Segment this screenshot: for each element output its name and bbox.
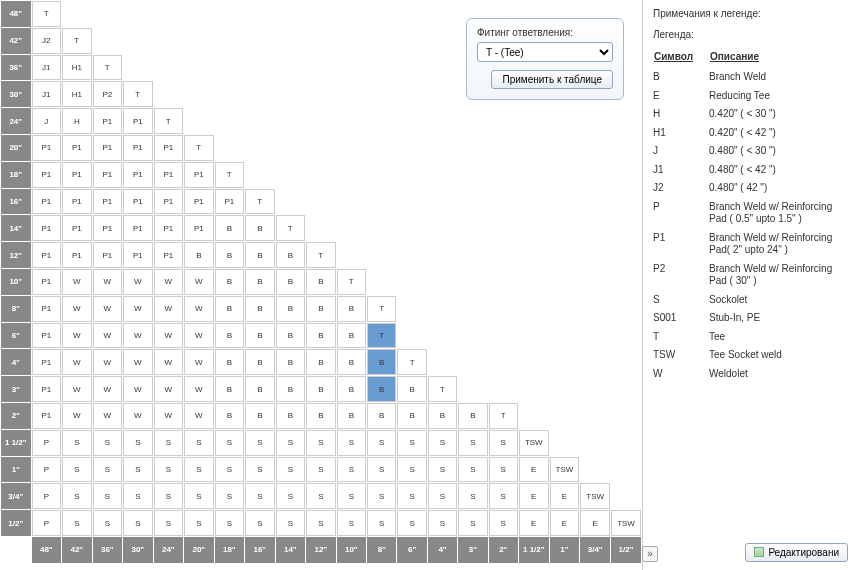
matrix-cell[interactable]: S	[458, 483, 487, 509]
matrix-cell[interactable]: B	[306, 376, 336, 402]
matrix-cell[interactable]: P1	[184, 189, 214, 215]
column-header[interactable]: 1"	[550, 537, 580, 563]
matrix-cell[interactable]: J	[32, 108, 62, 134]
matrix-cell[interactable]: S	[428, 457, 457, 483]
matrix-cell[interactable]: P1	[184, 215, 214, 241]
matrix-cell[interactable]: W	[123, 349, 153, 375]
matrix-cell[interactable]: S	[397, 483, 426, 509]
matrix-cell[interactable]: H1	[62, 55, 92, 81]
row-header[interactable]: 1 1/2"	[1, 430, 31, 456]
matrix-cell[interactable]: E	[550, 510, 580, 536]
column-header[interactable]: 36"	[93, 537, 123, 563]
matrix-cell[interactable]: S	[489, 510, 518, 536]
matrix-cell[interactable]: B	[276, 349, 306, 375]
matrix-cell[interactable]: S	[306, 457, 336, 483]
matrix-cell[interactable]: P1	[184, 162, 214, 188]
row-header[interactable]: 4"	[1, 349, 31, 375]
row-header[interactable]: 2"	[1, 403, 31, 429]
matrix-cell[interactable]: B	[215, 296, 245, 322]
matrix-cell[interactable]: S	[62, 510, 92, 536]
matrix-cell[interactable]: B	[245, 323, 275, 349]
matrix-cell[interactable]: B	[337, 349, 367, 375]
matrix-cell[interactable]: S	[245, 457, 275, 483]
matrix-cell[interactable]: W	[62, 349, 92, 375]
matrix-cell[interactable]: P1	[215, 189, 245, 215]
matrix-cell[interactable]: T	[367, 323, 396, 349]
matrix-cell[interactable]: B	[184, 242, 214, 268]
matrix-cell[interactable]: P1	[32, 376, 62, 402]
column-header[interactable]: 1/2"	[611, 537, 641, 563]
matrix-cell[interactable]: B	[367, 403, 396, 429]
matrix-cell[interactable]: S	[93, 483, 123, 509]
matrix-cell[interactable]: B	[276, 269, 306, 295]
matrix-cell[interactable]: H	[62, 108, 92, 134]
column-header[interactable]: 2"	[489, 537, 518, 563]
matrix-cell[interactable]: S	[337, 510, 367, 536]
matrix-cell[interactable]: S	[215, 430, 245, 456]
matrix-cell[interactable]: S	[245, 430, 275, 456]
matrix-cell[interactable]: B	[337, 376, 367, 402]
column-header[interactable]: 30"	[123, 537, 153, 563]
matrix-cell[interactable]: S	[184, 430, 214, 456]
matrix-cell[interactable]: B	[276, 296, 306, 322]
matrix-cell[interactable]: B	[337, 403, 367, 429]
matrix-cell[interactable]: S	[215, 457, 245, 483]
matrix-cell[interactable]: S	[428, 483, 457, 509]
matrix-cell[interactable]: W	[62, 269, 92, 295]
matrix-cell[interactable]: E	[519, 457, 549, 483]
matrix-cell[interactable]: P1	[123, 215, 153, 241]
matrix-cell[interactable]: P1	[62, 242, 92, 268]
matrix-cell[interactable]: P1	[62, 135, 92, 161]
matrix-cell[interactable]: S	[123, 430, 153, 456]
matrix-cell[interactable]: T	[93, 55, 123, 81]
matrix-cell[interactable]: B	[458, 403, 487, 429]
matrix-cell[interactable]: S	[276, 457, 306, 483]
matrix-cell[interactable]: W	[62, 403, 92, 429]
matrix-cell[interactable]: B	[215, 376, 245, 402]
matrix-cell[interactable]: S	[367, 483, 396, 509]
matrix-cell[interactable]: P1	[62, 215, 92, 241]
matrix-cell[interactable]: T	[215, 162, 245, 188]
matrix-cell[interactable]: B	[245, 376, 275, 402]
matrix-cell[interactable]: W	[93, 269, 123, 295]
matrix-cell[interactable]: P1	[93, 162, 123, 188]
matrix-cell[interactable]: S	[123, 457, 153, 483]
row-header[interactable]: 24"	[1, 108, 31, 134]
matrix-cell[interactable]: S	[337, 430, 367, 456]
matrix-cell[interactable]: P1	[93, 135, 123, 161]
matrix-cell[interactable]: P1	[32, 403, 62, 429]
matrix-cell[interactable]: W	[62, 376, 92, 402]
matrix-cell[interactable]: S	[337, 483, 367, 509]
matrix-cell[interactable]: S	[306, 483, 336, 509]
matrix-cell[interactable]: B	[215, 403, 245, 429]
matrix-cell[interactable]: W	[93, 323, 123, 349]
matrix-cell[interactable]: P1	[123, 242, 153, 268]
matrix-cell[interactable]: P1	[62, 162, 92, 188]
matrix-cell[interactable]: W	[123, 403, 153, 429]
column-header[interactable]: 1 1/2"	[519, 537, 549, 563]
matrix-cell[interactable]: P1	[32, 162, 62, 188]
matrix-cell[interactable]: S	[154, 483, 184, 509]
row-header[interactable]: 30"	[1, 81, 31, 107]
matrix-cell[interactable]: W	[123, 323, 153, 349]
matrix-cell[interactable]: B	[367, 349, 396, 375]
matrix-cell[interactable]: H1	[62, 81, 92, 107]
matrix-cell[interactable]: P1	[123, 108, 153, 134]
matrix-cell[interactable]: W	[93, 403, 123, 429]
matrix-cell[interactable]: B	[215, 269, 245, 295]
matrix-cell[interactable]: S	[458, 510, 487, 536]
row-header[interactable]: 42"	[1, 28, 31, 54]
matrix-cell[interactable]: S	[245, 483, 275, 509]
matrix-cell[interactable]: P1	[123, 189, 153, 215]
matrix-cell[interactable]: P1	[154, 135, 184, 161]
column-header[interactable]: 6"	[397, 537, 426, 563]
matrix-cell[interactable]: P	[32, 430, 62, 456]
matrix-cell[interactable]: B	[215, 323, 245, 349]
column-header[interactable]: 16"	[245, 537, 275, 563]
matrix-cell[interactable]: W	[93, 349, 123, 375]
matrix-cell[interactable]: P1	[154, 242, 184, 268]
matrix-cell[interactable]: E	[550, 483, 580, 509]
matrix-cell[interactable]: S	[367, 457, 396, 483]
matrix-cell[interactable]: S	[215, 510, 245, 536]
matrix-cell[interactable]: W	[154, 349, 184, 375]
